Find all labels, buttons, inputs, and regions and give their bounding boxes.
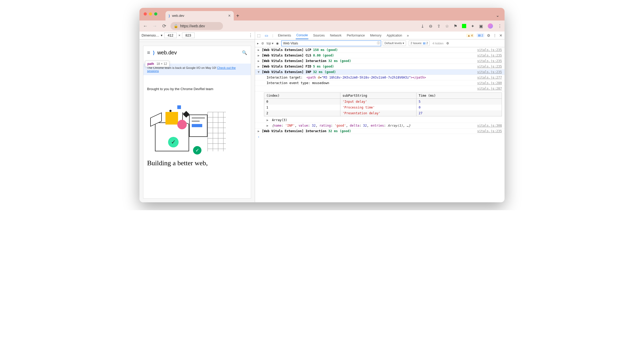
devtools-panel: ⬚ ▭ | Elements Console Sources Network P… <box>255 32 505 202</box>
site-header: ≡ ⟩ web.dev 🔍 <box>147 50 247 56</box>
console-row[interactable]: ▶ [Web Vitals Extension] Interaction 32 … <box>255 128 505 134</box>
url-bar[interactable]: 🔒 https://web.dev <box>170 22 223 30</box>
tab-memory[interactable]: Memory <box>370 32 382 39</box>
devtools-menu-icon[interactable]: ⋮ <box>493 33 497 38</box>
source-link[interactable]: vitals.js:235 <box>477 54 502 57</box>
console-settings-icon[interactable]: ⚙ <box>446 42 449 45</box>
console-row[interactable]: ▶ [Web Vitals Extension] LCP 158 ms (goo… <box>255 47 505 53</box>
source-link[interactable]: vitals.js:235 <box>477 65 502 68</box>
url-text: https://web.dev <box>180 24 205 28</box>
console-row[interactable]: ▶ {name: 'INP', value: 32, rating: 'good… <box>255 123 505 128</box>
tab-network[interactable]: Network <box>329 32 342 39</box>
source-link[interactable]: vitals.js:235 <box>477 70 502 74</box>
ruler <box>139 39 255 42</box>
console-output[interactable]: ▶ [Web Vitals Extension] LCP 158 ms (goo… <box>255 47 505 202</box>
info-badge[interactable]: ▤ 2 <box>477 33 484 37</box>
back-button[interactable]: ← <box>142 23 148 29</box>
tab-sources[interactable]: Sources <box>313 32 325 39</box>
tab-performance[interactable]: Performance <box>346 32 365 39</box>
expand-arrow-icon[interactable]: ▶ <box>258 54 260 57</box>
expand-arrow-icon[interactable]: ▶ <box>258 48 260 52</box>
browser-window: ⟩ web.dev × + ⌄ ← → ⟳ 🔒 https://web.dev … <box>139 8 505 202</box>
expand-arrow-icon[interactable]: ▶ <box>267 124 268 127</box>
console-sidebar-icon[interactable]: ▸ <box>257 42 259 45</box>
source-link[interactable]: vitals.js:235 <box>477 129 502 133</box>
close-devtools-icon[interactable]: ✕ <box>499 33 502 38</box>
browser-tab[interactable]: ⟩ web.dev × <box>165 11 234 20</box>
hero-illustration: ✓ ✓ <box>147 96 247 157</box>
width-input[interactable] <box>164 33 177 38</box>
tab-console[interactable]: Console <box>296 32 308 39</box>
device-menu-icon[interactable]: ⋮ <box>248 33 253 38</box>
close-window-icon[interactable] <box>144 12 147 16</box>
forward-button[interactable]: → <box>152 23 158 29</box>
console-prompt[interactable]: › <box>255 134 505 140</box>
inspect-icon[interactable]: ⬚ <box>257 33 261 38</box>
source-link[interactable]: vitals.js:235 <box>477 59 502 63</box>
warnings-badge[interactable]: ▲ 4 <box>466 34 474 37</box>
tab-dropdown-icon[interactable]: ⌄ <box>496 13 499 20</box>
flag-icon[interactable]: ⚑ <box>454 24 457 29</box>
maximize-window-icon[interactable] <box>154 12 157 16</box>
refresh-button[interactable]: ⟳ <box>161 23 167 29</box>
minimize-window-icon[interactable] <box>149 12 152 16</box>
more-tabs-icon[interactable]: » <box>407 33 409 38</box>
context-selector[interactable]: top ▾ <box>267 42 273 45</box>
settings-icon[interactable]: ⚙ <box>487 33 490 38</box>
tab-application[interactable]: Application <box>386 32 403 39</box>
live-expression-icon[interactable]: ◉ <box>276 42 279 45</box>
console-row[interactable]: ▼ [Web Vitals Extension] INP 32 ms (good… <box>255 69 505 75</box>
expand-arrow-icon[interactable]: ▶ <box>258 59 260 63</box>
table-header: Time (ms) <box>417 93 502 99</box>
window-controls <box>144 12 157 16</box>
dimensions-label[interactable]: Dimensio… <box>142 33 159 37</box>
expand-arrow-icon[interactable]: ▶ <box>258 129 260 133</box>
search-icon[interactable]: 🔍 <box>242 50 247 55</box>
clear-console-icon[interactable]: ⊘ <box>261 42 264 45</box>
source-link[interactable]: vitals.js:287 <box>477 87 502 90</box>
source-link[interactable]: vitals.js:277 <box>477 76 502 79</box>
menu-icon[interactable]: ⋮ <box>498 24 502 29</box>
share-icon[interactable]: ⇪ <box>437 24 440 29</box>
console-filter-input[interactable] <box>281 40 381 46</box>
console-row[interactable]: ▶ Array(3) <box>255 117 505 123</box>
collapse-arrow-icon[interactable]: ▼ <box>258 70 260 74</box>
source-link[interactable]: vitals.js:308 <box>477 124 502 127</box>
expand-arrow-icon[interactable]: ▶ <box>267 118 268 122</box>
webdev-logo-icon: ⟩ <box>153 50 155 56</box>
hidden-count: 4 hidden <box>432 42 443 45</box>
profile-avatar[interactable] <box>488 23 493 29</box>
expand-arrow-icon[interactable]: ▶ <box>258 65 260 68</box>
console-toolbar: ▸ ⊘ top ▾ ◉ ⓧ Default levels ▾ 2 Issues:… <box>255 39 505 47</box>
device-toggle-icon[interactable]: ▭ <box>265 33 268 38</box>
source-link[interactable]: vitals.js:280 <box>477 81 502 85</box>
extensions-puzzle-icon[interactable]: ✦ <box>471 24 474 29</box>
main-area: Dimensio… ▾ × ⋮ ≡ ⟩ web.dev 🔍 path <box>139 32 505 202</box>
issues-button[interactable]: 2 Issues: ▤ 2 <box>409 40 430 46</box>
source-link[interactable]: vitals.js:235 <box>477 48 502 52</box>
hamburger-icon[interactable]: ≡ <box>147 50 150 56</box>
extension-icon[interactable] <box>462 24 466 28</box>
tooltip-dimensions: 18 × 12 <box>157 62 167 66</box>
tab-elements[interactable]: Elements <box>277 32 292 39</box>
clear-filter-icon[interactable]: ⓧ <box>377 41 380 45</box>
device-toolbar: Dimensio… ▾ × ⋮ <box>139 32 255 39</box>
console-row[interactable]: ▶ [Web Vitals Extension] CLS 0.00 (good)… <box>255 53 505 58</box>
height-input[interactable] <box>182 33 195 38</box>
close-tab-icon[interactable]: × <box>228 13 231 18</box>
dropdown-icon[interactable]: ▾ <box>161 33 163 37</box>
sidepanel-icon[interactable]: ▣ <box>479 24 483 29</box>
new-tab-button[interactable]: + <box>234 13 242 20</box>
site-title: web.dev <box>157 50 177 56</box>
favicon-icon: ⟩ <box>169 14 170 18</box>
check-icon: ✓ <box>193 146 201 154</box>
url-toolbar: ← → ⟳ 🔒 https://web.dev ⤓ ⊖ ⇪ ☆ ⚑ ✦ ▣ ⋮ <box>139 20 505 32</box>
emulated-page[interactable]: ≡ ⟩ web.dev 🔍 path 18 × 12 The Chrome te… <box>143 46 251 199</box>
check-icon: ✓ <box>168 137 179 147</box>
console-row[interactable]: ▶ [Web Vitals Extension] Interaction 32 … <box>255 58 505 64</box>
console-row[interactable]: ▶ [Web Vitals Extension] FID 5 ms (good)… <box>255 64 505 69</box>
download-icon[interactable]: ⤓ <box>421 24 424 29</box>
zoom-icon[interactable]: ⊖ <box>429 24 432 29</box>
log-levels-selector[interactable]: Default levels ▾ <box>383 40 406 46</box>
bookmark-icon[interactable]: ☆ <box>445 24 449 29</box>
